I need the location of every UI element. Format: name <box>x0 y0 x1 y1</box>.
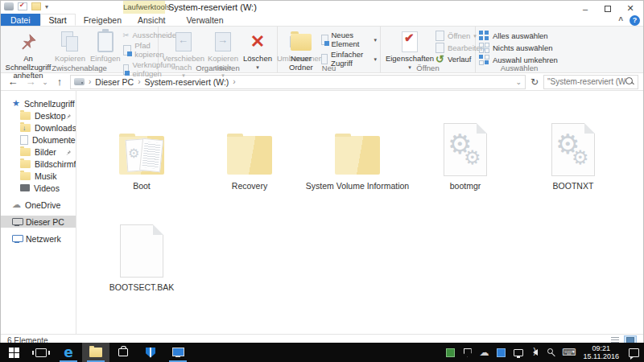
qat-customize-dropdown-icon[interactable]: ▾ <box>45 3 48 10</box>
sidebar-item-downloads[interactable]: ↓ Downloads <box>1 121 76 134</box>
file-name: BOOTSECT.BAK <box>109 282 175 292</box>
open-group-label: Öffnen <box>381 64 475 72</box>
tray-network-icon[interactable] <box>513 347 524 358</box>
search-box[interactable] <box>543 75 638 89</box>
sidebar-item-desktop[interactable]: Desktop <box>1 109 76 121</box>
breadcrumb-this-pc[interactable]: Dieser PC <box>95 77 134 87</box>
properties-check-icon <box>402 31 418 52</box>
crumb-separator[interactable]: › <box>138 77 140 86</box>
task-view-button[interactable] <box>27 343 55 362</box>
taskbar-store-button[interactable] <box>109 343 137 362</box>
tab-file[interactable]: Datei <box>1 14 40 26</box>
scissors-icon: ✂ <box>123 31 130 39</box>
select-all-icon <box>479 31 489 41</box>
shield-icon <box>146 348 155 358</box>
clock-time: 09:21 <box>584 344 619 352</box>
search-input[interactable] <box>547 77 625 86</box>
taskbar-defender-button[interactable] <box>137 343 164 362</box>
select-none-button[interactable]: Nichts auswählen <box>479 43 558 53</box>
open-label: Öffnen <box>448 31 470 40</box>
new-group-label: Neu <box>278 64 380 72</box>
file-name: BOOTNXT <box>553 181 594 191</box>
file-item-bootnxt[interactable]: ⚙⚙ BOOTNXT <box>519 102 627 197</box>
taskbar-clock[interactable]: 09:21 15.11.2016 <box>580 344 622 360</box>
help-icon[interactable]: ? <box>630 15 640 26</box>
file-list[interactable]: ⚙ Boot Recovery System Volume Informatio… <box>76 91 643 334</box>
clipboard-group-label: Zwischenablage <box>1 64 158 72</box>
file-name: bootmgr <box>450 181 481 191</box>
sidebar-item-documents[interactable]: Dokumente <box>1 134 76 146</box>
file-item-bootmgr[interactable]: ⚙⚙ bootmgr <box>411 102 519 197</box>
new-folder-icon[interactable] <box>31 2 41 10</box>
sidebar-item-videos[interactable]: Videos <box>1 182 76 194</box>
new-item-dropdown-icon: ▾ <box>374 35 377 44</box>
collapse-ribbon-icon[interactable]: ^ <box>618 16 623 25</box>
taskbar-explorer-button[interactable] <box>82 343 109 362</box>
pin-to-quick-access-button[interactable]: An Schnellzugriff anheften <box>4 28 52 82</box>
drive-icon <box>4 2 14 10</box>
explorer-window: ▾ Laufwerktools System-reserviert (W:) –… <box>0 0 644 343</box>
up-button[interactable]: ↑ <box>52 76 67 88</box>
file-item-system-volume-information[interactable]: System Volume Information <box>303 102 411 197</box>
pin-icon <box>65 136 72 146</box>
navigation-pane: ★ Schnellzugriff Desktop ↓ Downloads Dok… <box>1 91 76 334</box>
restore-icon <box>605 6 611 12</box>
action-center-icon[interactable] <box>628 347 639 358</box>
tab-share[interactable]: Freigeben <box>76 14 130 26</box>
address-history-dropdown-icon[interactable]: ⌄ <box>515 78 522 86</box>
copy-to-button: Kopieren nach ▾ <box>205 28 241 82</box>
windows-logo-icon <box>9 348 19 358</box>
history-label: Verlauf <box>448 55 472 64</box>
copy-label: Kopieren <box>55 55 85 64</box>
tray-defender-icon[interactable] <box>462 347 473 358</box>
sidebar-label: OneDrive <box>25 200 60 210</box>
file-item-recovery[interactable]: Recovery <box>196 102 303 197</box>
crumb-separator: › <box>89 77 91 86</box>
group-select: Alles auswählen Nichts auswählen Auswahl… <box>476 27 563 72</box>
select-group-label: Auswählen <box>476 64 563 72</box>
history-icon: ↺ <box>436 55 444 64</box>
task-view-icon <box>35 348 47 357</box>
organize-group-label: Organisieren <box>159 64 277 72</box>
ribbon-tabs: Datei Start Freigeben Ansicht Verwalten … <box>1 14 643 27</box>
taskbar-app-button[interactable] <box>164 343 192 362</box>
sidebar-item-screenshots[interactable]: Bildschirmfotos <box>1 158 76 170</box>
file-name: Boot <box>133 181 151 191</box>
tray-app-blue-icon[interactable] <box>496 347 507 358</box>
sidebar-item-network[interactable]: Netzwerk <box>1 232 76 245</box>
pushpin-icon <box>19 30 37 54</box>
sidebar-item-this-pc[interactable]: Dieser PC <box>1 216 76 228</box>
open-icon <box>436 31 444 41</box>
search-icon[interactable] <box>625 77 634 86</box>
sidebar-item-quick-access[interactable]: ★ Schnellzugriff <box>1 97 76 109</box>
file-explorer-icon <box>89 348 102 357</box>
sidebar-item-pictures[interactable]: Bilder <box>1 146 76 158</box>
file-item-bootsect-bak[interactable]: BOOTSECT.BAK <box>88 204 196 298</box>
tray-app-green-icon[interactable] <box>445 347 456 358</box>
pin-icon <box>65 148 72 158</box>
file-item-boot[interactable]: ⚙ Boot <box>88 102 196 197</box>
new-item-button[interactable]: Neues Element ▾ <box>321 31 377 48</box>
drive-icon <box>74 78 85 85</box>
sidebar-item-music[interactable]: Musik <box>1 170 76 182</box>
tray-settings-icon[interactable] <box>547 347 558 358</box>
start-button[interactable] <box>0 343 27 362</box>
tab-start[interactable]: Start <box>40 14 76 26</box>
select-all-button[interactable]: Alles auswählen <box>479 31 558 41</box>
tray-volume-icon[interactable] <box>530 347 541 358</box>
tab-manage[interactable]: Verwalten <box>178 14 231 26</box>
tray-onedrive-icon[interactable]: ☁ <box>479 347 490 358</box>
taskbar-edge-button[interactable]: e <box>55 343 82 362</box>
refresh-icon[interactable]: ↻ <box>529 76 540 88</box>
copy-button: Kopieren <box>52 28 88 65</box>
file-icon <box>120 224 163 278</box>
sidebar-item-onedrive[interactable]: ☁ OneDrive <box>1 199 76 211</box>
tab-view[interactable]: Ansicht <box>130 14 173 26</box>
move-to-button: Verschieben nach ▾ <box>162 28 205 82</box>
group-clipboard: An Schnellzugriff anheften Kopieren Einf… <box>1 27 159 72</box>
folder-icon <box>291 34 312 51</box>
easy-access-dropdown-icon: ▾ <box>374 55 377 64</box>
tray-keyboard-icon[interactable]: ⌨ <box>564 347 575 358</box>
folder-icon <box>20 160 31 168</box>
properties-icon[interactable] <box>18 2 27 10</box>
